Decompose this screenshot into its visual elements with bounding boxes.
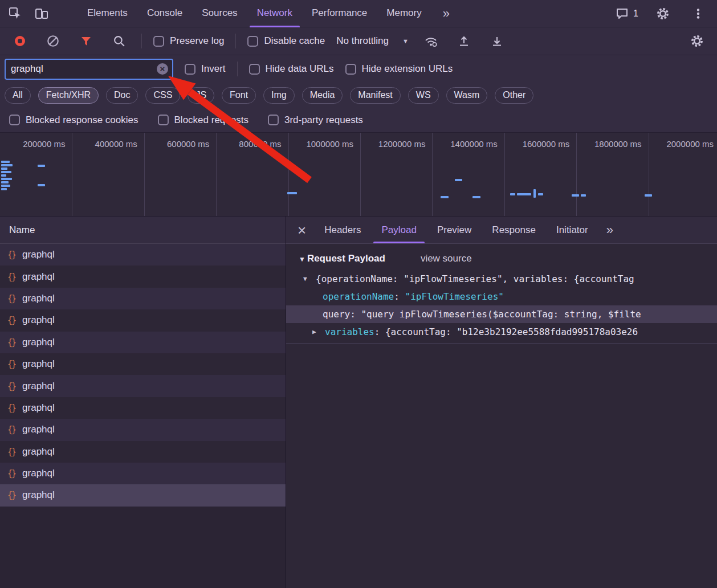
json-braces-icon: {}: [7, 403, 15, 413]
request-row[interactable]: {}graphql: [0, 375, 286, 397]
preserve-log-checkbox[interactable]: Preserve log: [153, 35, 224, 47]
tab-elements[interactable]: Elements: [78, 0, 137, 27]
detail-tab-headers[interactable]: Headers: [314, 217, 371, 243]
option-blocked-response-cookies[interactable]: Blocked response cookies: [9, 115, 138, 126]
more-panels-icon[interactable]: »: [436, 6, 457, 21]
detail-tab-response[interactable]: Response: [482, 217, 546, 243]
tree-toggle-icon[interactable]: ▼: [303, 275, 316, 283]
search-icon[interactable]: [108, 30, 130, 52]
waterfall-mark: [455, 179, 462, 181]
json-braces-icon: {}: [7, 381, 15, 391]
filter-chip-all[interactable]: All: [5, 87, 31, 104]
request-row[interactable]: {}graphql: [0, 353, 286, 375]
option-3rd-party-requests[interactable]: 3rd-party requests: [268, 115, 363, 126]
import-har-icon[interactable]: [453, 30, 475, 52]
waterfall-mark: [472, 196, 480, 198]
payload-line[interactable]: ▶variables: {accountTag: "b12e3b2192ee55…: [286, 323, 717, 341]
request-row[interactable]: {}graphql: [0, 309, 286, 331]
clear-filter-icon[interactable]: ×: [157, 63, 168, 75]
view-source-link[interactable]: view source: [421, 253, 472, 264]
request-row[interactable]: {}graphql: [0, 288, 286, 309]
main-tab-strip: ElementsConsoleSourcesNetworkPerformance…: [78, 0, 431, 27]
hide-extension-urls-checkbox[interactable]: Hide extension URLs: [345, 63, 453, 75]
toolbar-divider: [237, 62, 238, 76]
waterfall-mark: [572, 194, 579, 197]
checkbox-icon[interactable]: [153, 36, 164, 47]
waterfall-mark: [645, 194, 652, 197]
request-row[interactable]: {}graphql: [0, 484, 286, 506]
tab-sources[interactable]: Sources: [192, 0, 247, 27]
payload-panel: ▼ Request Payload view source ▼{operatio…: [286, 244, 717, 344]
tab-performance[interactable]: Performance: [302, 0, 377, 27]
filter-chip-css[interactable]: CSS: [145, 87, 180, 104]
issues-counter[interactable]: 1: [616, 7, 638, 20]
request-row[interactable]: {}graphql: [0, 266, 286, 287]
filter-chip-font[interactable]: Font: [222, 87, 256, 104]
option-blocked-requests[interactable]: Blocked requests: [158, 115, 248, 126]
filter-chip-doc[interactable]: Doc: [106, 87, 138, 104]
timeline-overview[interactable]: 200000 ms400000 ms600000 ms800000 ms1000…: [0, 133, 717, 217]
network-conditions-icon[interactable]: [420, 30, 442, 52]
filter-input[interactable]: [11, 63, 157, 75]
request-row[interactable]: {}graphql: [0, 332, 286, 353]
network-settings-gear-icon[interactable]: [686, 30, 708, 52]
request-row[interactable]: {}graphql: [0, 441, 286, 463]
close-detail-icon[interactable]: ×: [290, 218, 314, 243]
filter-funnel-icon[interactable]: [75, 30, 97, 52]
timeline-label: 400000 ms: [72, 139, 137, 149]
detail-tab-initiator[interactable]: Initiator: [546, 217, 598, 243]
checkbox-icon[interactable]: [247, 36, 258, 47]
tab-network[interactable]: Network: [247, 0, 302, 27]
collapse-triangle-icon[interactable]: ▼: [299, 255, 305, 263]
detail-tab-preview[interactable]: Preview: [427, 217, 482, 243]
checkbox-icon[interactable]: [158, 115, 169, 125]
payload-token: :: [350, 309, 361, 320]
filter-chip-ws[interactable]: WS: [408, 87, 439, 104]
tab-memory[interactable]: Memory: [377, 0, 431, 27]
options-row: Blocked response cookiesBlocked requests…: [0, 108, 717, 133]
network-filter-box[interactable]: ×: [5, 59, 173, 80]
disable-cache-checkbox[interactable]: Disable cache: [247, 35, 325, 47]
request-row[interactable]: {}graphql: [0, 244, 286, 266]
tab-console[interactable]: Console: [137, 0, 192, 27]
request-row[interactable]: {}graphql: [0, 397, 286, 419]
filter-chip-other[interactable]: Other: [495, 87, 533, 104]
checkbox-icon[interactable]: [345, 64, 356, 75]
payload-line[interactable]: query: "query ipFlowTimeseries($accountT…: [286, 305, 717, 323]
tree-toggle-icon[interactable]: ▶: [312, 328, 325, 336]
waterfall-mark: [581, 194, 586, 197]
inspect-element-icon[interactable]: [5, 3, 26, 24]
devtools-window: ElementsConsoleSourcesNetworkPerformance…: [0, 0, 717, 588]
more-detail-tabs-icon[interactable]: »: [598, 223, 621, 238]
filter-chip-wasm[interactable]: Wasm: [446, 87, 488, 104]
filter-chip-manifest[interactable]: Manifest: [350, 87, 400, 104]
name-column-header[interactable]: Name: [0, 217, 286, 244]
hide-data-urls-checkbox[interactable]: Hide data URLs: [249, 63, 334, 75]
filter-chip-img[interactable]: Img: [263, 87, 295, 104]
waterfall-mark: [1, 171, 11, 173]
clear-network-log-icon[interactable]: [42, 30, 64, 52]
request-payload-header: ▼ Request Payload view source: [286, 244, 717, 269]
export-har-icon[interactable]: [486, 30, 508, 52]
device-toolbar-icon[interactable]: [31, 3, 52, 24]
filter-chip-fetch-xhr[interactable]: Fetch/XHR: [38, 87, 99, 104]
checkbox-icon[interactable]: [268, 115, 279, 125]
payload-line[interactable]: operationName: "ipFlowTimeseries": [286, 288, 717, 305]
filter-chip-js[interactable]: JS: [188, 87, 214, 104]
settings-gear-icon[interactable]: [652, 3, 674, 24]
payload-line[interactable]: ▼{operationName: "ipFlowTimeseries", var…: [286, 270, 717, 288]
request-row[interactable]: {}graphql: [0, 419, 286, 440]
checkbox-icon[interactable]: [249, 64, 260, 75]
detail-tab-payload[interactable]: Payload: [371, 217, 426, 243]
request-row[interactable]: {}graphql: [0, 463, 286, 484]
invert-checkbox[interactable]: Invert: [185, 63, 226, 75]
menu-dots-icon[interactable]: [687, 3, 709, 24]
checkbox-icon[interactable]: [185, 64, 195, 75]
payload-title: Request Payload: [307, 253, 385, 264]
filter-chip-media[interactable]: Media: [302, 87, 343, 104]
record-network-log-icon[interactable]: [9, 30, 31, 52]
checkbox-icon[interactable]: [9, 115, 20, 125]
throttling-select[interactable]: No throttling ▼: [336, 35, 409, 47]
waterfall-mark: [1, 161, 10, 163]
payload-token: {operationName: "ipFlowTimeseries", vari…: [316, 273, 634, 284]
